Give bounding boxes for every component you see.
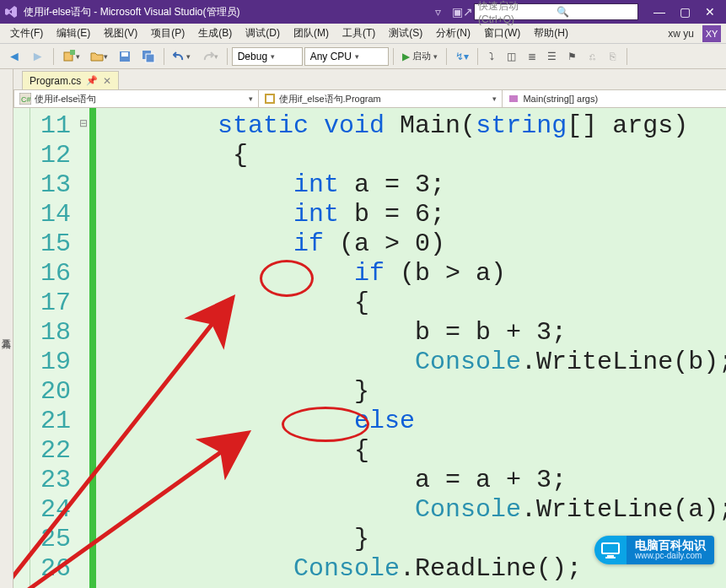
menu-item[interactable]: 生成(B) (193, 24, 237, 42)
save-button[interactable] (114, 47, 136, 66)
new-project-button[interactable]: ▾ (58, 47, 84, 66)
solution-config-combo[interactable]: Debug ▾ (232, 47, 303, 66)
code-text[interactable]: static void Main(string[] args) { int a … (96, 108, 726, 588)
solution-config-value: Debug (238, 51, 267, 62)
signed-in-user[interactable]: xw yu (663, 28, 699, 40)
menu-item[interactable]: 编辑(E) (51, 24, 95, 42)
method-icon (508, 93, 519, 105)
tab-program-cs[interactable]: Program.cs 📌 ✕ (22, 71, 119, 89)
svg-rect-15 (605, 557, 616, 558)
navigation-bar: C# 使用if-else语句 ▾ 使用if_else语句.Program ▾ M… (13, 89, 726, 108)
menu-item[interactable]: 文件(F) (5, 24, 48, 42)
svg-rect-3 (121, 52, 128, 57)
watermark-url: www.pc-daily.com (635, 551, 706, 561)
minimize-button[interactable]: — (647, 2, 672, 22)
step-into-icon[interactable]: ⤵ (482, 47, 501, 66)
vs-logo-icon (3, 4, 19, 19)
close-button[interactable]: ✕ (697, 2, 723, 22)
svg-rect-1 (70, 50, 75, 55)
menu-item[interactable]: 视图(V) (99, 24, 143, 42)
menu-item[interactable]: 窗口(W) (479, 24, 525, 42)
watermark-monitor-icon (594, 536, 627, 564)
csharp-project-icon: C# (19, 93, 31, 105)
start-debug-label: 启动 (412, 50, 431, 62)
start-debug-button[interactable]: ▶ 启动 ▾ (398, 47, 442, 66)
svg-rect-13 (603, 544, 618, 553)
class-icon (264, 93, 276, 105)
standard-toolbar: ◄ ► ▾ ▾ ▾ ▾ Debug ▾ Any CPU ▾ ▶ 启动 ▾ ↯▾ … (0, 44, 726, 69)
nav-class-value: 使用if_else语句.Program (279, 93, 381, 105)
svg-rect-5 (146, 54, 154, 62)
menu-item[interactable]: 团队(M) (288, 24, 334, 42)
notifications-icon[interactable]: ▿ (430, 5, 445, 19)
menu-item[interactable]: 分析(N) (431, 24, 476, 42)
line-numbers: 11121314151617181920212223242526 (30, 108, 78, 588)
svg-text:C#: C# (21, 95, 31, 104)
nav-class-combo[interactable]: 使用if_else语句.Program ▾ (259, 90, 503, 107)
code-editor[interactable]: 11121314151617181920212223242526 ⊟ stati… (13, 108, 726, 588)
tool2-icon: ⎘ (604, 47, 622, 66)
quick-launch-placeholder: 快速启动 (Ctrl+Q) (478, 0, 557, 25)
undo-button[interactable]: ▾ (169, 47, 195, 66)
solution-platform-value: Any CPU (310, 51, 352, 62)
comment-icon[interactable]: ◫ (503, 47, 521, 66)
tab-label: Program.cs (30, 75, 81, 87)
nav-back-button[interactable]: ◄ (3, 47, 25, 66)
toolbox-rail[interactable]: 工具箱 (0, 69, 13, 588)
user-badge[interactable]: XY (702, 25, 721, 42)
save-all-button[interactable] (137, 47, 159, 66)
window-title: 使用if-else语句 - Microsoft Visual Studio(管理… (24, 5, 240, 19)
tab-close-icon[interactable]: ✕ (103, 75, 111, 87)
tool1-icon: ⎌ (583, 47, 602, 66)
nav-forward-button: ► (27, 47, 49, 66)
feedback-icon[interactable]: ▣↗ (452, 5, 467, 19)
pin-icon[interactable]: 📌 (86, 75, 98, 86)
watermark-title: 电脑百科知识 (635, 539, 706, 551)
bookmark-icon[interactable]: ☰ (543, 47, 562, 66)
title-bar: 使用if-else语句 - Microsoft Visual Studio(管理… (0, 0, 726, 24)
nav-member-combo[interactable]: Main(string[] args) ▾ (503, 90, 726, 107)
change-bar (89, 108, 96, 588)
uncomment-icon[interactable]: ≣ (523, 47, 541, 66)
menu-item[interactable]: 测试(S) (384, 24, 428, 42)
open-file-button[interactable]: ▾ (86, 47, 112, 66)
svg-rect-14 (607, 555, 614, 557)
play-icon: ▶ (402, 51, 410, 62)
menu-bar: 文件(F)编辑(E)视图(V)项目(P)生成(B)调试(D)团队(M)工具(T)… (0, 24, 726, 44)
watermark-badge: 电脑百科知识 www.pc-daily.com (594, 536, 714, 564)
browser-link-button[interactable]: ↯▾ (451, 47, 473, 66)
outline-column[interactable]: ⊟ (78, 108, 89, 588)
nav-scope-combo[interactable]: C# 使用if-else语句 ▾ (14, 90, 259, 107)
search-icon[interactable]: 🔍 (557, 6, 635, 18)
menu-item[interactable]: 工具(T) (337, 24, 380, 42)
nav-member-value: Main(string[] args) (523, 94, 598, 104)
editor-margin (13, 108, 30, 588)
menu-item[interactable]: 项目(P) (146, 24, 190, 42)
svg-rect-9 (509, 95, 518, 102)
quick-launch-input[interactable]: 快速启动 (Ctrl+Q) 🔍 (474, 3, 638, 20)
nav-scope-value: 使用if-else语句 (35, 93, 96, 105)
redo-button: ▾ (196, 47, 223, 66)
maximize-button[interactable]: ▢ (672, 2, 697, 22)
document-tabs: Program.cs 📌 ✕ ▾ (13, 69, 726, 89)
menu-item[interactable]: 帮助(H) (529, 24, 573, 42)
flag-icon[interactable]: ⚑ (563, 47, 582, 66)
svg-rect-8 (266, 94, 274, 103)
solution-platform-combo[interactable]: Any CPU ▾ (304, 47, 389, 66)
menu-item[interactable]: 调试(D) (240, 24, 285, 42)
